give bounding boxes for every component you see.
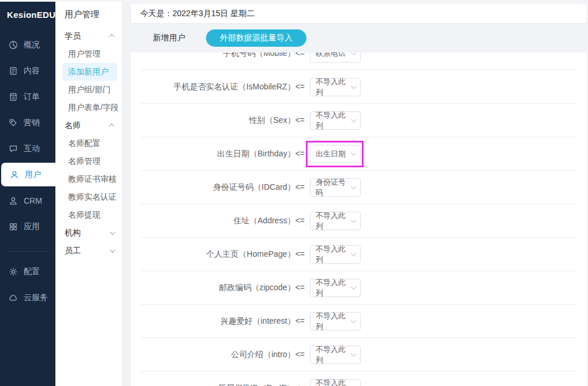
secondary-nav-item[interactable]: 教师实名认证 xyxy=(55,188,122,206)
primary-nav-item-9[interactable]: 云服务 xyxy=(0,284,55,310)
user-icon xyxy=(10,170,19,179)
mapping-row: 所属省份ID（ProID）<= 不导入此列 xyxy=(140,372,578,386)
secondary-nav-group[interactable]: 学员 xyxy=(55,27,122,45)
primary-nav-item-7[interactable]: 应用 xyxy=(0,213,55,239)
secondary-nav-item[interactable]: 用户组/部门 xyxy=(55,81,122,99)
chevron-down-icon xyxy=(351,284,357,290)
selected-value: 不导入此列 xyxy=(316,311,351,332)
selected-value: 不导入此列 xyxy=(316,77,351,98)
chevron-down-icon xyxy=(351,83,357,89)
chevron-down-icon xyxy=(351,53,357,55)
brand-logo: KesionEDU xyxy=(0,2,55,27)
column-select[interactable]: 出生日期 xyxy=(310,145,361,163)
field-label: 兴趣爱好（interest）<= xyxy=(140,316,305,327)
selected-value: 不导入此列 xyxy=(316,378,351,386)
tab-0[interactable]: 新增用户 xyxy=(153,33,185,43)
chevron-down-icon xyxy=(351,183,357,189)
order-book-icon xyxy=(9,92,18,102)
primary-nav-item-2[interactable]: 订单 xyxy=(0,84,55,110)
field-label: 公司介绍（intro）<= xyxy=(140,350,305,360)
marketing-tag-icon xyxy=(9,118,18,128)
content-doc-icon xyxy=(9,66,18,76)
selected-value: 不导入此列 xyxy=(316,344,351,365)
chevron-down-icon xyxy=(351,150,357,156)
mapping-row: 兴趣爱好（interest）<= 不导入此列 xyxy=(140,305,578,338)
field-label: 出生日期（Birthday）<= xyxy=(140,149,305,159)
column-select[interactable]: 不导入此列 xyxy=(310,212,361,230)
primary-nav: 概况 内容 订单 营销 互动 用户 CRM 应用 xyxy=(0,27,55,239)
selected-value: 出生日期 xyxy=(316,149,346,159)
date-text: 今天是：2022年3月15日 星期二 xyxy=(140,9,254,19)
sidebar-divider xyxy=(7,251,48,252)
primary-nav-bottom: 配置 云服务 xyxy=(0,254,55,310)
mapping-row: 手机号码（Mobile）<= 联系电话 xyxy=(140,53,578,70)
mapping-row: 身份证号码（IDCard）<= 身份证号码 xyxy=(140,171,578,204)
mapping-row: 个人主页（HomePage）<= 不导入此列 xyxy=(140,238,578,271)
chat-bubble-icon xyxy=(9,144,18,153)
selected-value: 不导入此列 xyxy=(316,211,351,231)
secondary-nav-group[interactable]: 名师 xyxy=(55,117,122,134)
secondary-nav-item[interactable]: 名师管理 xyxy=(55,152,122,170)
mapping-row: 手机是否实名认证（IsMobileRZ）<= 不导入此列 xyxy=(140,70,578,104)
primary-nav-item-8[interactable]: 配置 xyxy=(0,258,55,284)
main-area: 今天是：2022年3月15日 星期二 新增用户外部数据源批量导入 手机号码（Mo… xyxy=(122,2,588,386)
gear-icon xyxy=(9,267,18,276)
secondary-nav: 学员 用户管理 添加新用户 用户组/部门 用户表单/字段 名师 名师配置 名师管… xyxy=(55,27,122,260)
primary-nav-item-5[interactable]: 用户 xyxy=(1,163,55,186)
chevron-down-icon xyxy=(351,351,357,357)
mapping-rows: 手机号码（Mobile）<= 联系电话 手机是否实名认证（IsMobileRZ）… xyxy=(140,53,578,386)
primary-nav-item-4[interactable]: 互动 xyxy=(0,136,55,162)
secondary-nav-item[interactable]: 用户表单/字段 xyxy=(55,99,122,117)
primary-sidebar: KesionEDU 概况 内容 订单 营销 互动 用户 CRM 应用 配置 xyxy=(0,2,55,386)
chevron-up-icon xyxy=(109,34,115,40)
secondary-nav-item[interactable]: 名师配置 xyxy=(55,134,122,152)
selected-value: 不导入此列 xyxy=(316,110,351,131)
field-label: 所属省份ID（ProID）<= xyxy=(140,383,305,386)
column-select[interactable]: 不导入此列 xyxy=(310,312,361,331)
chevron-down-icon xyxy=(110,247,115,253)
column-select[interactable]: 不导入此列 xyxy=(310,279,361,297)
primary-nav-item-1[interactable]: 内容 xyxy=(0,58,55,84)
chevron-down-icon xyxy=(110,229,115,235)
selected-value: 联系电话 xyxy=(316,53,346,59)
column-select[interactable]: 不导入此列 xyxy=(310,111,361,130)
secondary-nav-item[interactable]: 教师证书审核 xyxy=(55,170,122,188)
primary-nav-item-0[interactable]: 概况 xyxy=(0,32,55,58)
field-mapping-card: 手机号码（Mobile）<= 联系电话 手机是否实名认证（IsMobileRZ）… xyxy=(131,53,587,386)
crm-person-icon xyxy=(9,196,18,205)
secondary-nav-group[interactable]: 机构 xyxy=(55,224,122,242)
secondary-nav-item[interactable]: 添加新用户 xyxy=(62,63,117,81)
field-label: 住址（Address）<= xyxy=(140,216,305,226)
primary-nav-item-6[interactable]: CRM xyxy=(0,188,55,213)
field-label: 手机号码（Mobile）<= xyxy=(140,53,305,59)
chevron-down-icon xyxy=(351,250,357,256)
tab-1[interactable]: 外部数据源批量导入 xyxy=(206,29,306,47)
column-select[interactable]: 身份证号码 xyxy=(310,178,361,197)
chevron-down-icon xyxy=(351,317,357,323)
selected-value: 身份证号码 xyxy=(316,177,351,198)
secondary-nav-item[interactable]: 名师提现 xyxy=(55,206,122,224)
secondary-nav-group[interactable]: 员工 xyxy=(55,242,122,260)
chevron-down-icon xyxy=(351,217,357,223)
annotation-highlight-box: 出生日期 xyxy=(306,141,364,167)
chevron-down-icon xyxy=(351,117,357,122)
column-select[interactable]: 不导入此列 xyxy=(310,379,361,386)
mapping-row: 住址（Address）<= 不导入此列 xyxy=(140,204,578,238)
apps-grid-icon xyxy=(9,222,18,231)
module-title: 用户管理 xyxy=(55,2,122,27)
mapping-row: 公司介绍（intro）<= 不导入此列 xyxy=(140,338,578,372)
field-label: 个人主页（HomePage）<= xyxy=(140,249,305,260)
primary-nav-item-3[interactable]: 营销 xyxy=(0,110,55,136)
column-select[interactable]: 不导入此列 xyxy=(310,78,361,96)
field-label: 邮政编码（zipcode）<= xyxy=(140,283,305,293)
cloud-icon xyxy=(9,293,18,302)
secondary-sidebar: 用户管理 学员 用户管理 添加新用户 用户组/部门 用户表单/字段 名师 名师配… xyxy=(55,2,122,386)
column-select[interactable]: 联系电话 xyxy=(310,53,361,63)
field-label: 身份证号码（IDCard）<= xyxy=(140,182,305,193)
mapping-row: 邮政编码（zipcode）<= 不导入此列 xyxy=(140,271,578,305)
column-select[interactable]: 不导入此列 xyxy=(310,346,361,364)
secondary-nav-item[interactable]: 用户管理 xyxy=(55,45,122,63)
app-window: KesionEDU 概况 内容 订单 营销 互动 用户 CRM 应用 配置 xyxy=(0,0,588,386)
chevron-up-icon xyxy=(109,123,115,129)
column-select[interactable]: 不导入此列 xyxy=(310,245,361,264)
